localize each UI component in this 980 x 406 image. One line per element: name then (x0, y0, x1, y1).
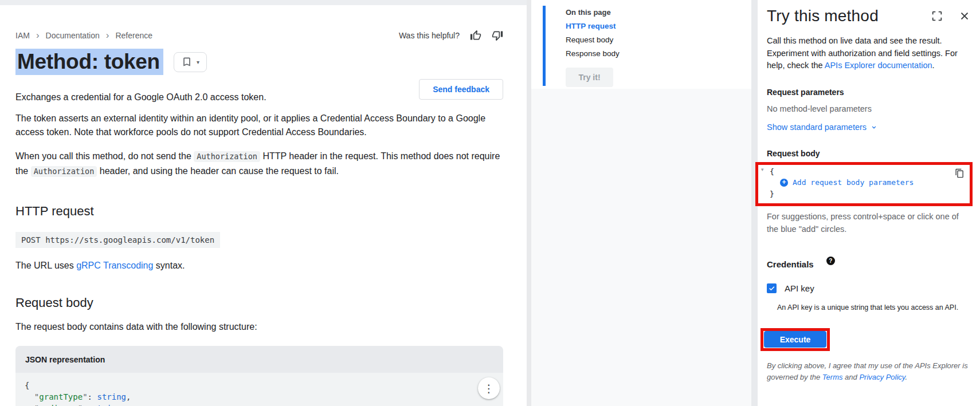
chevron-right-icon: › (106, 30, 109, 41)
breadcrumb: IAM › Documentation › Reference (15, 30, 152, 41)
bookmark-button[interactable]: ▾ (174, 52, 207, 72)
privacy-policy-link[interactable]: Privacy Policy (859, 373, 905, 381)
request-body-editor[interactable]: ▾ { + Add request body parameters } (758, 165, 970, 203)
code-line: "audience": string, (25, 403, 494, 406)
breadcrumb-iam[interactable]: IAM (15, 31, 30, 40)
main-scrollbar[interactable] (527, 0, 531, 406)
add-request-body-parameters-link[interactable]: Add request body parameters (793, 177, 914, 188)
legal-text: By clicking above, I agree that my use o… (767, 360, 971, 383)
chevron-down-icon (870, 123, 878, 131)
authorization-note-paragraph: When you call this method, do not send t… (15, 149, 503, 179)
thumb-up-icon[interactable] (470, 30, 481, 41)
breadcrumb-reference[interactable]: Reference (115, 31, 152, 40)
on-this-page-column: On this page HTTP request Request body R… (531, 0, 751, 406)
panel-request-body-heading: Request body (767, 149, 971, 158)
expand-panel-button[interactable] (931, 10, 943, 22)
add-circle-icon[interactable]: + (780, 179, 788, 187)
check-icon (768, 285, 775, 292)
editor-gutter: ▾ (758, 165, 770, 203)
on-this-page-heading: On this page (566, 6, 620, 17)
editor-line: } (770, 188, 970, 200)
json-code-block: { "grantType": string, "audience": strin… (15, 373, 503, 406)
middle-column-background (531, 89, 751, 406)
collapse-arrow-icon[interactable]: ▾ (761, 167, 764, 172)
more-vert-icon: ⋮ (484, 383, 495, 394)
code-actions-kebab-button[interactable]: ⋮ (478, 377, 500, 399)
credentials-heading: Credentials (767, 257, 814, 269)
api-key-note: An API key is a unique string that lets … (777, 303, 971, 312)
toc-link-http-request[interactable]: HTTP request (566, 22, 620, 30)
try-this-method-panel: Try this method Call this method on live… (758, 0, 980, 406)
json-card-header: JSON representation (15, 346, 503, 373)
breadcrumb-documentation[interactable]: Documentation (46, 31, 100, 40)
request-body-heading: Request body (15, 295, 503, 310)
panel-intro: Call this method on live data and see th… (767, 35, 969, 72)
request-body-intro: The request body contains data with the … (15, 320, 503, 334)
helpful-question: Was this helpful? (399, 31, 460, 40)
copy-icon (955, 168, 965, 178)
suggestions-hint: For suggestions, press control+space or … (767, 210, 971, 235)
authorization-inline-code: Authorization (194, 151, 260, 162)
request-parameters-heading: Request parameters (767, 88, 971, 97)
toc-link-request-body[interactable]: Request body (566, 36, 620, 44)
authorization-inline-code: Authorization (31, 166, 97, 177)
thumb-down-icon[interactable] (492, 30, 503, 41)
send-feedback-button[interactable]: Send feedback (419, 79, 503, 100)
no-parameters-text: No method-level parameters (767, 104, 971, 113)
chevron-right-icon: › (36, 30, 40, 41)
close-panel-button[interactable] (958, 10, 971, 22)
terms-link[interactable]: Terms (822, 373, 843, 381)
top-strip (0, 0, 527, 5)
help-icon[interactable]: ? (826, 257, 835, 265)
bookmark-icon (181, 56, 193, 68)
apis-explorer-doc-link[interactable]: APIs Explorer documentation (825, 61, 932, 70)
api-key-option[interactable]: API key (767, 283, 971, 293)
http-request-heading: HTTP request (15, 204, 503, 219)
toc-link-response-body[interactable]: Response body (566, 49, 620, 58)
apis-explorer-page: IAM › Documentation › Reference Was this… (0, 0, 980, 406)
json-representation-card: JSON representation { "grantType": strin… (15, 346, 503, 406)
api-key-checkbox[interactable] (767, 283, 777, 293)
fullscreen-icon (931, 10, 943, 22)
show-standard-parameters-toggle[interactable]: Show standard parameters (767, 123, 971, 132)
description-paragraph: The token asserts an external identity w… (15, 112, 503, 139)
code-line: "grantType": string, (25, 391, 494, 403)
page-title: Method: token (15, 50, 163, 74)
close-icon (958, 10, 971, 22)
execute-button[interactable]: Execute (764, 331, 826, 348)
http-request-code: POST https://sts.googleapis.com/v1/token (15, 232, 220, 248)
toc-accent-bar (543, 6, 546, 86)
editor-line: + Add request body parameters (770, 177, 970, 188)
execute-annotation-box: Execute (761, 328, 830, 351)
chevron-down-icon: ▾ (197, 59, 199, 65)
request-body-annotation-box: ▾ { + Add request body parameters } (755, 162, 973, 206)
code-line: { (25, 380, 494, 391)
editor-line: { (770, 166, 970, 178)
doc-main-column: IAM › Documentation › Reference Was this… (0, 0, 527, 406)
api-key-label: API key (785, 283, 814, 293)
grpc-note: The URL uses gRPC Transcoding syntax. (15, 259, 503, 273)
panel-title: Try this method (767, 7, 931, 25)
grpc-transcoding-link[interactable]: gRPC Transcoding (76, 261, 153, 270)
page-title-selection: Method: token (15, 49, 163, 75)
copy-button[interactable] (955, 168, 965, 178)
try-it-button[interactable]: Try it! (566, 68, 613, 87)
